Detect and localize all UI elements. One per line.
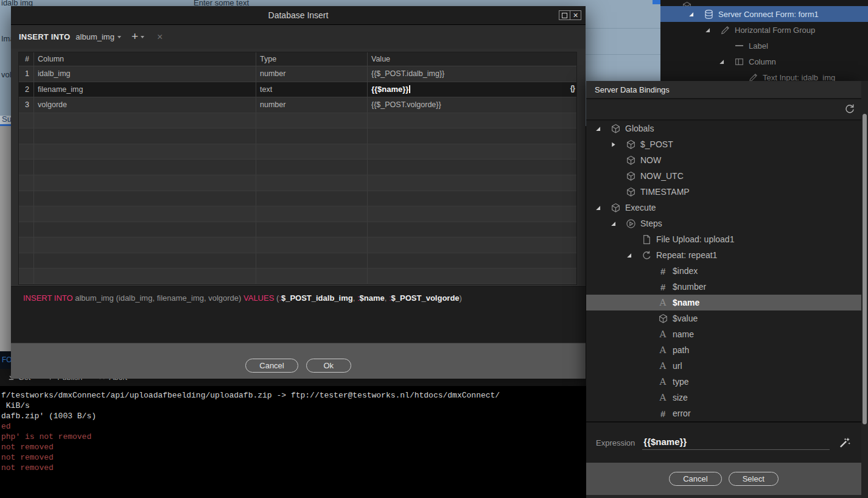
binding-tree-item--index[interactable]: #$index: [586, 263, 861, 279]
collapse-icon[interactable]: [717, 57, 726, 66]
binding-tree-item-file-upload-upload1[interactable]: File Upload: upload1: [586, 231, 861, 247]
select-button[interactable]: Select: [729, 472, 779, 486]
empty-table-row[interactable]: [19, 144, 576, 160]
remove-column-button[interactable]: ×: [157, 32, 163, 43]
cancel-button[interactable]: Cancel: [669, 472, 721, 486]
empty-table-row[interactable]: [19, 160, 576, 175]
empty-table-row[interactable]: [19, 128, 576, 144]
binding-tree-item-globals[interactable]: Globals: [586, 121, 861, 136]
binding-tree-item-steps[interactable]: Steps: [586, 216, 861, 231]
app-tree-item-horizontal-form-group[interactable]: Horizontal Form Group: [660, 22, 868, 38]
app-tree-item-column[interactable]: Column: [660, 54, 868, 69]
table-row[interactable]: 3volgordenumber{{$_POST.volgorde}}: [19, 97, 576, 113]
empty-table-row[interactable]: [19, 175, 576, 191]
binding-tree-item--number[interactable]: #$number: [586, 279, 861, 295]
scrollbar-thumb[interactable]: [863, 114, 867, 424]
type-cell[interactable]: [256, 160, 368, 175]
type-cell[interactable]: [256, 237, 368, 253]
empty-table-row[interactable]: [19, 222, 576, 238]
ok-button[interactable]: Ok: [306, 359, 351, 373]
column-cell[interactable]: [34, 191, 256, 206]
empty-table-row[interactable]: [19, 253, 576, 269]
app-tree-item-text-input-idalb-img[interactable]: Text Input: idalb_img: [660, 69, 868, 81]
column-cell[interactable]: [34, 237, 256, 253]
column-cell[interactable]: [34, 144, 256, 160]
binding-tree-item-repeat-repeat1[interactable]: Repeat: repeat1: [586, 247, 861, 263]
value-cell[interactable]: [368, 222, 576, 237]
column-cell[interactable]: idalb_img: [34, 66, 256, 82]
binding-tree-item-now[interactable]: NOW: [586, 152, 861, 168]
binding-tree-item-size[interactable]: Asize: [586, 390, 861, 405]
type-cell[interactable]: number: [256, 66, 368, 82]
magic-wand-icon[interactable]: [838, 436, 852, 449]
data-picker-icon[interactable]: {}: [570, 84, 575, 93]
app-tree-item-server-connect-form-form1[interactable]: Server Connect Form: form1: [660, 6, 868, 22]
type-cell[interactable]: [256, 113, 368, 128]
value-cell[interactable]: [368, 128, 576, 144]
column-cell[interactable]: filename_img: [34, 82, 256, 97]
cancel-button[interactable]: Cancel: [245, 359, 298, 373]
expression-input[interactable]: [642, 435, 830, 450]
refresh-icon[interactable]: [844, 103, 856, 115]
binding-tree-item-type[interactable]: Atype: [586, 374, 861, 390]
column-cell[interactable]: volgorde: [34, 97, 256, 113]
empty-table-row[interactable]: [19, 206, 576, 222]
column-cell[interactable]: [34, 253, 256, 268]
type-cell[interactable]: text: [256, 82, 368, 97]
value-cell[interactable]: [368, 144, 576, 160]
value-cell[interactable]: [368, 237, 576, 253]
expand-icon[interactable]: [609, 140, 617, 149]
binding-tree-item-now-utc[interactable]: NOW_UTC: [586, 168, 861, 184]
type-cell[interactable]: [256, 268, 368, 284]
value-cell[interactable]: {{$name}}{}: [368, 82, 576, 97]
type-cell[interactable]: [256, 128, 368, 144]
type-cell[interactable]: number: [256, 97, 368, 113]
type-cell[interactable]: [256, 191, 368, 206]
collapse-icon[interactable]: [687, 10, 695, 18]
maximize-button[interactable]: [559, 11, 570, 19]
column-cell[interactable]: [34, 268, 256, 284]
collapse-icon[interactable]: [609, 219, 617, 228]
value-cell[interactable]: [368, 191, 576, 206]
type-cell[interactable]: [256, 222, 368, 237]
value-cell[interactable]: [368, 160, 576, 175]
submit-button-fragment[interactable]: Su: [0, 116, 11, 126]
binding-tree-item-url[interactable]: Aurl: [586, 358, 861, 374]
table-select[interactable]: album_img: [75, 32, 121, 41]
column-cell[interactable]: [34, 128, 256, 144]
value-cell[interactable]: [368, 253, 576, 268]
value-cell[interactable]: [368, 175, 576, 191]
column-cell[interactable]: [34, 222, 256, 237]
collapse-icon[interactable]: [593, 124, 602, 133]
binding-tree-item-error[interactable]: #error: [586, 405, 861, 421]
collapse-icon[interactable]: [593, 203, 602, 212]
app-tree-item-label[interactable]: Label: [660, 38, 868, 54]
empty-table-row[interactable]: [19, 113, 576, 129]
type-cell[interactable]: [256, 144, 368, 160]
dialog-titlebar[interactable]: Database Insert ✕: [11, 6, 586, 25]
empty-table-row[interactable]: [19, 237, 576, 253]
binding-tree-item-path[interactable]: Apath: [586, 342, 861, 358]
binding-tree-item--name[interactable]: A$name: [586, 295, 861, 310]
table-row[interactable]: 1idalb_imgnumber{{$_POST.idalb_img}}: [19, 66, 576, 82]
close-button[interactable]: ✕: [570, 11, 581, 19]
value-cell[interactable]: {{$_POST.idalb_img}}: [368, 66, 576, 82]
binding-tree-item--value[interactable]: $value: [586, 310, 861, 326]
value-cell[interactable]: [368, 268, 576, 284]
value-cell[interactable]: [368, 206, 576, 222]
binding-tree-item-timestamp[interactable]: TIMESTAMP: [586, 184, 861, 200]
collapse-icon[interactable]: [625, 251, 633, 259]
collapse-icon[interactable]: [703, 26, 712, 34]
type-cell[interactable]: [256, 175, 368, 191]
column-cell[interactable]: [34, 206, 256, 222]
column-cell[interactable]: [34, 175, 256, 191]
binding-tree-item-execute[interactable]: Execute: [586, 200, 861, 216]
column-cell[interactable]: [34, 160, 256, 175]
empty-table-row[interactable]: [19, 268, 576, 284]
value-cell[interactable]: {{$_POST.volgorde}}: [368, 97, 576, 113]
binding-tree-item--post[interactable]: $_POST: [586, 136, 861, 152]
column-cell[interactable]: [34, 113, 256, 128]
type-cell[interactable]: [256, 253, 368, 268]
add-column-button[interactable]: +: [131, 32, 144, 42]
type-cell[interactable]: [256, 206, 368, 222]
